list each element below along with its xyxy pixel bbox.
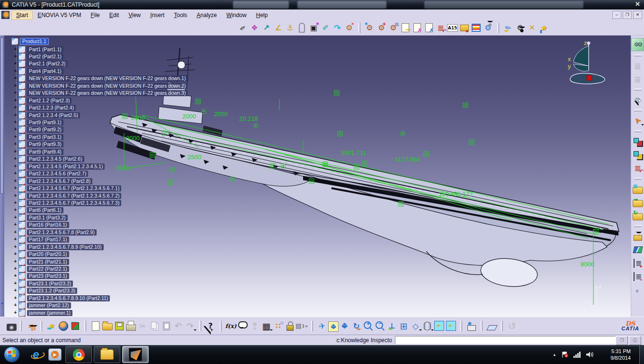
expand-icon[interactable]: + — [13, 172, 18, 176]
toolbar-overflow-icon[interactable]: » — [635, 290, 641, 293]
gear-n-icon[interactable] — [482, 22, 494, 34]
media-player-button[interactable] — [45, 346, 64, 363]
expand-icon[interactable]: + — [13, 282, 18, 286]
tag-yellow-icon[interactable] — [458, 22, 470, 34]
tree-list-icon[interactable] — [632, 257, 644, 269]
fly-icon[interactable] — [316, 320, 328, 332]
star-new-icon[interactable] — [538, 22, 550, 34]
list-rule-icon[interactable] — [296, 320, 308, 332]
close-icon[interactable]: ✕ — [635, 0, 640, 8]
expand-icon[interactable]: + — [13, 311, 18, 315]
taskbar-clock[interactable]: 5:31 PM 9/8/2014 — [599, 348, 631, 361]
cube-stack-icon[interactable] — [632, 149, 644, 161]
resize-x-icon[interactable] — [526, 22, 538, 34]
expand-icon[interactable]: + — [13, 194, 18, 198]
info-button[interactable]: ⓘ — [629, 336, 641, 345]
tree-list2-icon[interactable] — [632, 270, 644, 282]
measure-item-icon[interactable] — [260, 22, 272, 34]
menu-item-enovia-v5-vpm[interactable]: ENOVIA V5 VPM — [33, 10, 86, 20]
globe-icon[interactable] — [57, 320, 69, 332]
doc-arrow-icon[interactable] — [399, 22, 411, 34]
undo-icon[interactable] — [172, 320, 184, 332]
expand-icon[interactable]: + — [13, 230, 18, 235]
doc-cut-icon[interactable] — [423, 22, 435, 34]
expand-icon[interactable]: + — [13, 216, 18, 220]
expand-icon[interactable]: + — [13, 179, 18, 183]
section-box-icon[interactable] — [249, 22, 260, 34]
expand-icon[interactable]: + — [13, 150, 18, 154]
expand-icon[interactable]: + — [13, 274, 18, 278]
menu-item-tools[interactable]: Tools — [169, 10, 192, 20]
gear-star-icon[interactable] — [364, 22, 376, 34]
tree-root-product[interactable]: Product1.1 — [11, 38, 49, 45]
paperclip-icon[interactable] — [296, 22, 308, 34]
network-icon[interactable] — [573, 352, 581, 358]
expand-icon[interactable]: + — [13, 223, 18, 227]
expand-icon[interactable]: + — [13, 157, 18, 161]
tree-item[interactable]: +Part2.1.2.3 (Part2.4) — [13, 105, 76, 111]
expand-icon[interactable]: + — [13, 237, 18, 242]
expand-icon[interactable]: + — [13, 84, 18, 88]
tree-item[interactable]: +Part2.1.2.3.4.5.6.7.8.9 (Part2.10) — [13, 244, 104, 250]
rotate-icon[interactable] — [350, 320, 362, 332]
anchor-icon[interactable] — [284, 22, 296, 34]
expand-icon[interactable]: + — [13, 296, 18, 300]
gear-doc-icon[interactable] — [387, 22, 399, 34]
view-a-icon[interactable] — [433, 320, 445, 332]
pointer-arrow-icon[interactable] — [632, 115, 644, 127]
text-a15-icon[interactable] — [447, 22, 458, 34]
expand-icon[interactable]: + — [13, 106, 18, 110]
camera-icon[interactable] — [7, 324, 17, 331]
menu-item-window[interactable]: Window — [222, 10, 251, 20]
tree-item[interactable]: +Part2.1.2.3.4.5.6.7 (Part2.1.2.3.4.5.6.… — [13, 200, 121, 206]
expand-icon[interactable]: + — [13, 201, 18, 205]
expand-icon[interactable]: + — [13, 208, 18, 212]
expand-icon[interactable]: + — [13, 55, 18, 59]
chrome-button[interactable] — [65, 346, 92, 363]
expand-icon[interactable]: + — [13, 260, 18, 264]
box-open-icon[interactable] — [632, 230, 644, 243]
wand-icon[interactable] — [45, 320, 57, 332]
expand-icon[interactable]: + — [13, 120, 18, 125]
expand-icon[interactable]: + — [13, 91, 18, 95]
tree-item[interactable]: +Part23.1.2 (Part23.3) — [13, 288, 77, 294]
minimize-icon[interactable]: – — [612, 11, 621, 19]
doc-pink-icon[interactable] — [411, 22, 423, 34]
folder-green-icon[interactable] — [632, 196, 644, 209]
list-undo-r-icon[interactable] — [632, 162, 644, 174]
menu-item-view[interactable]: View — [124, 10, 145, 20]
tree-item[interactable]: +Part2.1.2.3.4.5.6.7 (Part2.1.2.3.4.5.6.… — [13, 192, 121, 199]
show-desktop-button[interactable] — [639, 345, 644, 364]
expand-icon[interactable]: + — [13, 113, 18, 118]
gear-new-icon[interactable] — [376, 22, 387, 34]
expand-icon[interactable]: + — [13, 135, 18, 139]
tree-item[interactable]: +Part2.1.2.3.4.5.6 (Part2.7) — [13, 171, 88, 177]
whats-this-icon[interactable] — [205, 320, 216, 332]
save-icon[interactable] — [113, 320, 125, 332]
eraser-icon[interactable] — [486, 320, 498, 332]
tree-item[interactable]: +Part2.1.2.3.4.5.6.7 (Part2.8) — [13, 178, 92, 184]
tree-item[interactable]: +NEW VERSION F-22 gears down (NEW VERSIO… — [13, 75, 188, 82]
expand-icon[interactable]: + — [13, 186, 18, 191]
normal-view-icon[interactable] — [386, 320, 398, 332]
scroll-gray2-icon[interactable] — [632, 73, 644, 85]
struct-icon[interactable] — [272, 320, 284, 332]
paste-icon[interactable] — [161, 320, 172, 332]
measure-angle-icon[interactable] — [272, 22, 284, 34]
cut-icon[interactable] — [137, 320, 149, 332]
expand-icon[interactable]: + — [13, 289, 18, 293]
new-doc-icon[interactable] — [89, 320, 101, 332]
tree-item[interactable]: +Part2.1.2.3.4.5 (Part2.6) — [13, 156, 84, 163]
close-icon[interactable]: ✕ — [633, 11, 642, 19]
volume-icon[interactable] — [586, 351, 594, 358]
folder-cyan-icon[interactable] — [632, 183, 644, 195]
expand-icon[interactable]: + — [13, 76, 18, 81]
redo-icon[interactable] — [184, 320, 196, 332]
tree-item[interactable]: +jammer (Part2.12) — [13, 302, 71, 309]
pan-icon[interactable] — [339, 320, 350, 332]
ghost-icon[interactable] — [249, 320, 260, 332]
color-cube-icon[interactable] — [69, 320, 81, 332]
menu-item-analyze[interactable]: Analyze — [192, 10, 222, 20]
tray-expand-icon[interactable]: ▲ — [553, 353, 556, 357]
start-button[interactable] — [4, 346, 20, 363]
